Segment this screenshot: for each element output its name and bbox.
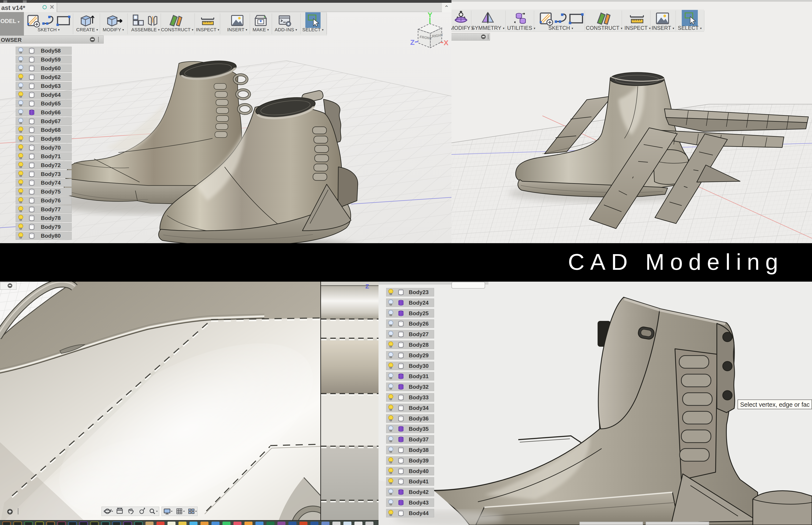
svg-text:Z: Z (365, 283, 369, 290)
svg-text:X: X (444, 39, 449, 47)
svg-text:Z: Z (410, 38, 415, 46)
